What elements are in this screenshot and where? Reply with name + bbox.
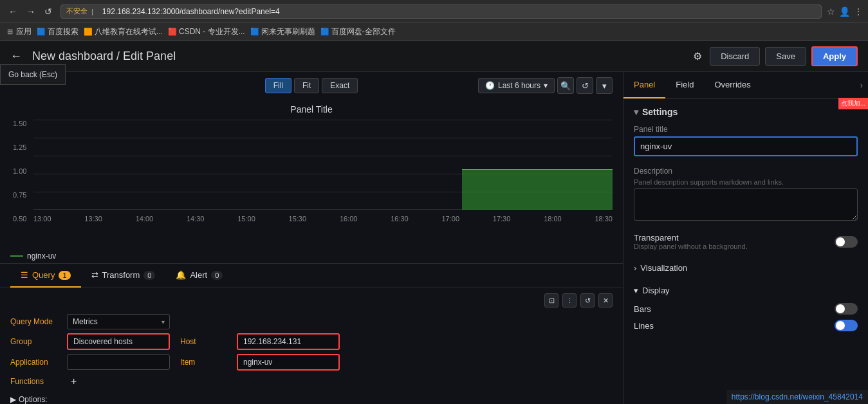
bars-label: Bars <box>634 304 651 314</box>
zoom-icon: 🔍 <box>560 81 571 91</box>
discard-button[interactable]: Discard <box>710 47 760 66</box>
browser-url-input[interactable] <box>97 5 816 19</box>
tab-alert[interactable]: 🔔 Alert 0 <box>165 264 233 288</box>
application-item-row: Application Item <box>10 354 613 371</box>
y-label-5: 0.50 <box>13 215 31 223</box>
display-label: Display <box>642 286 670 295</box>
tab-query[interactable]: ☰ Query 1 <box>10 264 81 288</box>
bookmark-edu[interactable]: 🟧 八维教育在线考试... <box>84 26 163 37</box>
transparent-toggle[interactable] <box>835 236 858 248</box>
bars-toggle[interactable] <box>835 303 858 315</box>
toolbar-center: Fill Fit Exact <box>265 78 358 93</box>
browser-actions: ☆ 👤 ⋮ <box>827 6 863 17</box>
time-chevron-icon: ▾ <box>544 81 548 90</box>
query-action-btn-3[interactable]: ↺ <box>580 293 595 308</box>
more-options-button[interactable]: ▾ <box>596 77 613 94</box>
application-input[interactable] <box>67 354 170 370</box>
description-field-group: Description Panel description supports m… <box>634 167 858 223</box>
bookmark-leisure[interactable]: 🟦 闲来无事刷刷题 <box>250 26 315 37</box>
time-range-button[interactable]: 🕐 Last 6 hours ▾ <box>478 78 555 93</box>
chart-legend: nginx-uv <box>0 249 623 263</box>
add-function-button[interactable]: + <box>67 374 80 389</box>
options-row[interactable]: ▶ Options: <box>10 392 613 404</box>
right-panel-expand-button[interactable]: › <box>855 72 868 98</box>
y-label-3: 1.00 <box>13 167 31 175</box>
apply-button[interactable]: Apply <box>811 46 858 66</box>
functions-label: Functions <box>10 377 62 386</box>
back-button[interactable]: ← <box>10 50 22 63</box>
query-action-btn-2[interactable]: ⋮ <box>562 293 577 308</box>
settings-section-header[interactable]: ▾ Settings <box>634 107 858 117</box>
transform-tab-icon: ⇄ <box>91 270 98 280</box>
baidu-icon: 🟦 <box>37 28 46 37</box>
application-label: Application <box>10 358 62 367</box>
forward-nav-btn[interactable]: → <box>23 5 39 18</box>
x-label-10: 17:30 <box>493 215 511 223</box>
group-input[interactable] <box>67 333 170 350</box>
display-section-header[interactable]: ▾ Display <box>634 283 858 298</box>
settings-collapse-icon: ▾ <box>634 107 638 117</box>
bookmark-apps[interactable]: ⊞ 应用 <box>5 26 32 37</box>
visualization-section: › Visualization <box>634 261 858 275</box>
tab-transform[interactable]: ⇄ Transform 0 <box>81 264 166 288</box>
grid-line-1 <box>33 120 613 120</box>
query-badge: 1 <box>59 271 70 280</box>
query-mode-select-wrapper: Metrics ▾ <box>67 314 170 329</box>
settings-section-label: Settings <box>642 107 678 117</box>
main-layout: Fill Fit Exact 🕐 Last 6 hours ▾ 🔍 ↺ ▾ <box>0 72 868 404</box>
query-mode-row: ⊡ ⋮ ↺ ✕ <box>10 293 613 310</box>
query-action-btn-4[interactable]: ✕ <box>598 293 613 308</box>
tab-field[interactable]: Field <box>665 72 704 98</box>
item-input[interactable] <box>237 354 340 371</box>
query-tab-label: Query <box>32 270 55 280</box>
go-back-tooltip: Go back (Esc) <box>0 64 66 85</box>
exact-button[interactable]: Exact <box>322 78 358 93</box>
chart-panel: Fill Fit Exact 🕐 Last 6 hours ▾ 🔍 ↺ ▾ <box>0 72 623 404</box>
refresh-button[interactable]: ↺ <box>577 77 593 94</box>
header-actions: ⚙ Discard Save Apply <box>690 46 858 66</box>
settings-gear-button[interactable]: ⚙ <box>690 48 705 65</box>
bookmark-apps-label: 应用 <box>16 26 32 37</box>
y-axis: 1.50 1.25 1.00 0.75 0.50 <box>10 120 33 223</box>
bookmark-csdn[interactable]: 🟥 CSDN - 专业开发... <box>168 26 245 37</box>
fill-button[interactable]: Fill <box>265 78 291 93</box>
fit-button[interactable]: Fit <box>294 78 319 93</box>
y-label-2: 1.25 <box>13 143 31 151</box>
x-label-7: 16:00 <box>340 215 358 223</box>
reload-btn[interactable]: ↺ <box>41 5 55 18</box>
viz-expand-icon: › <box>634 263 636 273</box>
bookmark-baidu[interactable]: 🟦 百度搜索 <box>37 26 78 37</box>
query-mode-select[interactable]: Metrics <box>67 314 170 329</box>
group-label: Group <box>10 337 62 346</box>
bookmark-pan[interactable]: 🟦 百度网盘-全部文件 <box>320 26 396 37</box>
zoom-out-button[interactable]: 🔍 <box>557 77 574 94</box>
transparent-toggle-row: Transparent Display panel without a back… <box>634 233 858 250</box>
bottom-url-tooltip: https://blog.csdn.net/weixin_45842014 <box>726 390 868 404</box>
save-button[interactable]: Save <box>765 47 806 66</box>
visualization-section-header[interactable]: › Visualization <box>634 261 858 275</box>
description-field-label: Description <box>634 167 858 176</box>
chart-bar <box>462 169 613 210</box>
tab-panel[interactable]: Panel <box>623 72 665 98</box>
back-nav-btn[interactable]: ← <box>5 5 21 18</box>
browser-nav[interactable]: ← → ↺ <box>5 5 55 18</box>
query-mode-field-row: Query Mode Metrics ▾ <box>10 314 613 329</box>
host-input[interactable] <box>237 333 340 350</box>
browser-chrome: ← → ↺ 不安全 | ☆ 👤 ⋮ <box>0 0 868 23</box>
visualization-label: Visualization <box>640 263 687 273</box>
description-hint: Panel description supports markdown and … <box>634 178 858 186</box>
security-warning: 不安全 <box>66 6 88 16</box>
profile-icon: 👤 <box>839 6 850 17</box>
display-section: ▾ Display Bars Lines <box>634 283 858 331</box>
page-title: New dashboard / Edit Panel <box>32 50 680 63</box>
panel-title-input[interactable] <box>634 136 858 156</box>
query-action-btn-1[interactable]: ⊡ <box>544 293 559 308</box>
grid-line-3 <box>33 156 613 156</box>
panel-title-field-label: Panel title <box>634 125 858 134</box>
tab-overrides[interactable]: Overrides <box>704 72 761 98</box>
description-textarea[interactable] <box>634 188 858 221</box>
x-label-9: 17:00 <box>442 215 460 223</box>
lines-toggle[interactable] <box>835 320 858 331</box>
query-tab-icon: ☰ <box>21 270 28 280</box>
x-label-3: 14:00 <box>136 215 154 223</box>
